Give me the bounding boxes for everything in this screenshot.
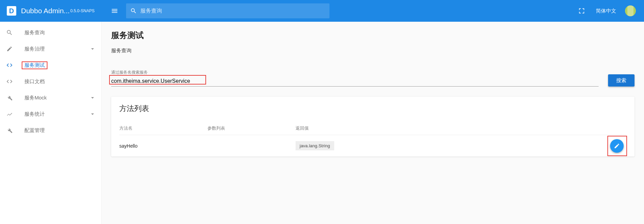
method-list-card: 方法列表 方法名 参数列表 返回值 sayHello java.lang.Str… bbox=[111, 97, 635, 156]
chevron-down-icon bbox=[89, 45, 96, 52]
code-icon bbox=[5, 77, 14, 86]
sidebar-item-service-mock[interactable]: 服务Mock bbox=[0, 90, 101, 106]
app-version: 0.5.0-SNAPS bbox=[70, 8, 95, 13]
invoke-method-button[interactable] bbox=[610, 139, 624, 153]
toolbar-right: 简体中文 bbox=[102, 3, 644, 18]
global-search-box[interactable] bbox=[126, 3, 329, 18]
sidebar-item-label: 服务Mock bbox=[24, 95, 47, 101]
brand-block: D Dubbo Admin... 0.5.0-SNAPS bbox=[0, 6, 102, 16]
language-switcher[interactable]: 简体中文 bbox=[590, 8, 622, 14]
dubbo-logo-icon: D bbox=[7, 6, 16, 16]
chevron-down-icon bbox=[89, 111, 96, 117]
service-search-row: 通过服务名搜索服务 搜索 bbox=[111, 70, 635, 87]
service-name-input[interactable] bbox=[111, 77, 599, 87]
trending-icon bbox=[5, 110, 14, 118]
sidebar-item-service-governance[interactable]: 服务治理 bbox=[0, 41, 101, 57]
table-row: sayHello java.lang.String bbox=[119, 135, 626, 156]
col-header-return: 返回值 bbox=[296, 125, 626, 131]
global-search-input[interactable] bbox=[140, 8, 325, 14]
sidebar-item-label: 服务统计 bbox=[24, 111, 45, 117]
chevron-down-icon bbox=[89, 94, 96, 101]
param-chip: java.lang.String bbox=[296, 141, 334, 150]
search-icon bbox=[130, 7, 137, 14]
user-avatar[interactable] bbox=[625, 5, 636, 16]
menu-icon bbox=[111, 7, 118, 15]
fullscreen-button[interactable] bbox=[578, 7, 585, 14]
sidebar-item-label: 接口文档 bbox=[24, 78, 45, 85]
sidebar-item-label: 服务治理 bbox=[24, 46, 45, 52]
cell-method-name: sayHello bbox=[119, 143, 207, 149]
sidebar-nav: 服务查询 服务治理 服务测试 接口文档 服务Mock 服务统计 配置管理 bbox=[0, 22, 102, 224]
wrench-icon bbox=[5, 126, 14, 134]
hamburger-menu-button[interactable] bbox=[108, 4, 121, 18]
sidebar-item-config-management[interactable]: 配置管理 bbox=[0, 122, 101, 138]
sidebar-item-service-search[interactable]: 服务查询 bbox=[0, 24, 101, 41]
col-header-method-name: 方法名 bbox=[119, 125, 207, 131]
search-button[interactable]: 搜索 bbox=[608, 74, 635, 87]
page-title: 服务测试 bbox=[111, 30, 635, 41]
sidebar-item-service-stats[interactable]: 服务统计 bbox=[0, 106, 101, 122]
sidebar-item-service-test[interactable]: 服务测试 bbox=[0, 57, 101, 73]
table-header: 方法名 参数列表 返回值 bbox=[119, 122, 626, 135]
cell-return: java.lang.String bbox=[296, 141, 626, 150]
main-content: 服务测试 服务查询 通过服务名搜索服务 搜索 方法列表 方法名 参数列表 返回值… bbox=[102, 22, 644, 224]
sidebar-item-label: 服务测试 bbox=[22, 61, 47, 69]
language-label: 简体中文 bbox=[596, 8, 616, 14]
sidebar-item-label: 配置管理 bbox=[24, 127, 45, 134]
search-icon bbox=[5, 29, 14, 37]
card-title: 方法列表 bbox=[119, 104, 626, 122]
wrench-icon bbox=[5, 94, 14, 102]
service-name-field: 通过服务名搜索服务 bbox=[111, 70, 599, 87]
pencil-icon bbox=[5, 45, 14, 53]
pencil-icon bbox=[614, 143, 620, 149]
app-toolbar: D Dubbo Admin... 0.5.0-SNAPS 简体中文 bbox=[0, 0, 644, 22]
col-header-params: 参数列表 bbox=[207, 125, 296, 131]
avatar-icon bbox=[627, 5, 633, 16]
app-title: Dubbo Admin... bbox=[21, 7, 70, 15]
breadcrumb[interactable]: 服务查询 bbox=[111, 48, 635, 54]
sidebar-item-label: 服务查询 bbox=[24, 30, 45, 36]
fullscreen-icon bbox=[578, 7, 585, 14]
code-icon bbox=[5, 61, 14, 69]
field-label: 通过服务名搜索服务 bbox=[111, 70, 599, 75]
sidebar-item-api-docs[interactable]: 接口文档 bbox=[0, 73, 101, 90]
